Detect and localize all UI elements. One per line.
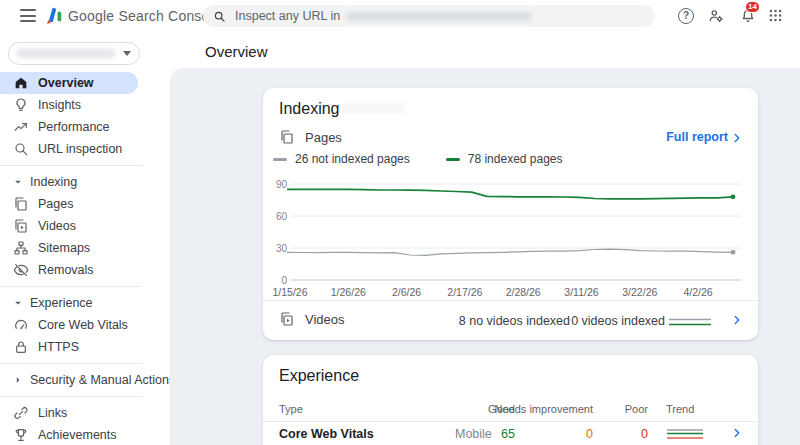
- sidebar-item-url-inspection[interactable]: URL inspection: [0, 138, 170, 160]
- sidebar-label: Achievements: [38, 428, 117, 442]
- videos-row-label: Videos: [305, 312, 345, 327]
- x-tick-label: 2/28/26: [506, 286, 541, 298]
- topbar: Google Search Console Inspect any URL in…: [0, 0, 800, 32]
- performance-icon: [13, 119, 29, 135]
- redacted-property-name: [17, 49, 115, 58]
- experience-card: Experience Type Good Needs improvement P…: [263, 355, 758, 445]
- pages-icon: [279, 129, 295, 145]
- header-band: Overview: [0, 32, 800, 68]
- pages-icon: [13, 196, 29, 212]
- line-chart-canvas: 0306090: [273, 174, 748, 286]
- redacted-chip: [341, 104, 405, 113]
- full-report-link[interactable]: Full report: [666, 130, 728, 144]
- column-trend: Trend: [666, 403, 694, 415]
- sidebar-item-performance[interactable]: Performance: [0, 116, 170, 138]
- sidebar-group-experience[interactable]: Experience: [0, 292, 170, 314]
- sidebar-item-pages[interactable]: Pages: [0, 193, 170, 215]
- divider: [0, 286, 142, 287]
- legend-dash-gray: [273, 158, 287, 161]
- row-needs-improvement-value: 0: [586, 427, 593, 441]
- column-type: Type: [279, 403, 303, 415]
- removals-icon: [13, 262, 29, 278]
- svg-text:30: 30: [276, 243, 288, 254]
- chart-legend: 26 not indexed pages 78 indexed pages: [273, 152, 563, 166]
- indexing-card: Indexing Pages Full report 26 not indexe…: [263, 88, 758, 340]
- x-tick-label: 2/6/26: [392, 286, 421, 298]
- sidebar-item-removals[interactable]: Removals: [0, 259, 170, 281]
- row-poor-value: 0: [641, 427, 648, 441]
- x-tick-label: 1/15/26: [272, 286, 307, 298]
- indexing-card-title: Indexing: [279, 100, 340, 118]
- videos-indexed-stat: 0 videos indexed: [571, 314, 665, 328]
- sidebar-label: Indexing: [30, 175, 77, 189]
- row-device-label: Mobile: [455, 427, 492, 441]
- sidebar-label: Links: [38, 406, 67, 420]
- sidebar-item-https[interactable]: HTTPS: [0, 336, 170, 358]
- svg-text:90: 90: [276, 179, 288, 190]
- sidebar-label: Security & Manual Actions: [30, 373, 175, 387]
- sidebar-group-indexing[interactable]: Indexing: [0, 171, 170, 193]
- sidebar-item-overview[interactable]: Overview: [0, 72, 138, 94]
- sidebar-item-videos[interactable]: Videos: [0, 215, 170, 237]
- divider: [0, 396, 142, 397]
- app-title: Google Search Console: [68, 8, 221, 24]
- row-good-value: 65: [501, 427, 515, 441]
- sidebar-label: URL inspection: [38, 142, 122, 156]
- pages-row-label: Pages: [305, 130, 342, 145]
- divider: [263, 300, 758, 301]
- google-apps-grid-icon[interactable]: [768, 8, 784, 24]
- legend-not-indexed[interactable]: 26 not indexed pages: [273, 152, 410, 166]
- sidebar-label: Sitemaps: [38, 241, 90, 255]
- x-tick-label: 3/22/26: [622, 286, 657, 298]
- cwv-trend-sparkline: [666, 427, 704, 444]
- sidebar-item-core-web-vitals[interactable]: Core Web Vitals: [0, 314, 170, 336]
- chevron-right-icon[interactable]: [730, 313, 744, 327]
- core-web-vitals-icon: [13, 317, 29, 333]
- videos-report-row[interactable]: Videos 8 no videos indexed 0 videos inde…: [263, 308, 758, 332]
- indexing-trend-chart: 0306090 1/15/261/26/262/6/262/17/262/28/…: [273, 174, 748, 300]
- divider: [0, 165, 142, 166]
- x-tick-label: 3/11/26: [564, 286, 598, 298]
- sidebar-item-sitemaps[interactable]: Sitemaps: [0, 237, 170, 259]
- chevron-right-icon: [11, 373, 25, 387]
- chevron-right-icon[interactable]: [730, 426, 744, 440]
- links-icon: [13, 405, 29, 421]
- chevron-down-icon: [123, 51, 131, 56]
- sidebar-label: Core Web Vitals: [38, 318, 128, 332]
- sidebar-item-achievements[interactable]: Achievements: [0, 424, 170, 445]
- column-needs-improvement: Needs improvement: [495, 403, 593, 415]
- column-poor: Poor: [625, 403, 648, 415]
- videos-not-indexed-stat: 8 no videos indexed: [459, 314, 570, 328]
- x-tick-label: 1/26/26: [331, 286, 366, 298]
- url-inspect-search-input[interactable]: Inspect any URL in: [203, 5, 655, 27]
- legend-label-indexed: 78 indexed pages: [468, 152, 563, 166]
- legend-label-not-indexed: 26 not indexed pages: [295, 152, 410, 166]
- x-tick-label: 4/2/26: [683, 286, 712, 298]
- https-icon: [13, 339, 29, 355]
- user-settings-icon[interactable]: [708, 8, 724, 24]
- sidebar-item-links[interactable]: Links: [0, 402, 170, 424]
- search-prefix-text: Inspect any URL in: [235, 9, 340, 23]
- legend-indexed[interactable]: 78 indexed pages: [446, 152, 563, 166]
- sidebar-nav: OverviewInsightsPerformanceURL inspectio…: [0, 68, 170, 445]
- notification-count-badge: 14: [745, 1, 760, 13]
- videos-icon: [13, 218, 29, 234]
- divider: [0, 363, 142, 364]
- search-console-logo-icon: [44, 5, 64, 27]
- sidebar-label: Experience: [30, 296, 93, 310]
- menu-icon[interactable]: [20, 9, 36, 23]
- sidebar-item-insights[interactable]: Insights: [0, 94, 170, 116]
- svg-text:0: 0: [281, 275, 287, 286]
- pages-report-row[interactable]: Pages Full report: [263, 126, 758, 150]
- legend-dash-green: [446, 158, 460, 161]
- chevron-right-icon[interactable]: [730, 131, 744, 145]
- chevron-down-icon: [11, 175, 25, 189]
- experience-card-title: Experience: [279, 367, 359, 385]
- sidebar-group-security-manual-actions[interactable]: Security & Manual Actions: [0, 369, 170, 391]
- sidebar-label: Insights: [38, 98, 81, 112]
- help-icon[interactable]: ?: [678, 8, 694, 24]
- url-inspection-icon: [13, 141, 29, 157]
- svg-text:60: 60: [276, 211, 288, 222]
- property-selector-dropdown[interactable]: [8, 42, 140, 65]
- redacted-property-url: [346, 12, 531, 21]
